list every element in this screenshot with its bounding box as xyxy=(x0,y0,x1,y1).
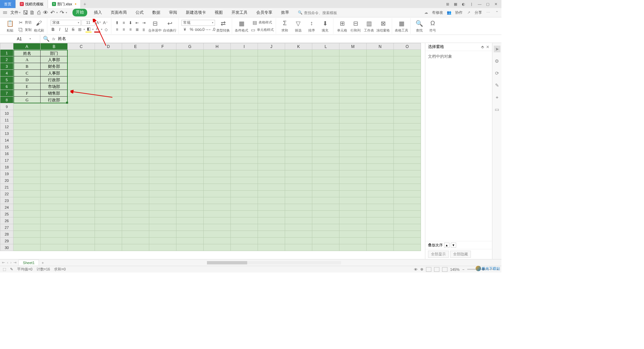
border-button[interactable]: ⊞ xyxy=(77,27,83,33)
cell[interactable] xyxy=(204,103,231,110)
cell[interactable] xyxy=(149,224,176,231)
cell[interactable]: 人事部 xyxy=(41,56,68,63)
cell[interactable] xyxy=(95,137,122,144)
cell[interactable] xyxy=(68,150,95,157)
ribbon-tab-start[interactable]: 开始 xyxy=(72,9,87,16)
cell[interactable] xyxy=(231,224,258,231)
cell[interactable] xyxy=(231,238,258,244)
cell[interactable] xyxy=(41,238,68,244)
col-header[interactable]: F xyxy=(149,43,176,50)
cell[interactable] xyxy=(95,157,122,164)
theme-icon[interactable]: ◐ xyxy=(461,1,467,7)
cell[interactable]: G xyxy=(13,97,41,103)
cell[interactable] xyxy=(176,164,204,170)
row-header[interactable]: 20 xyxy=(0,177,13,184)
cell[interactable] xyxy=(204,244,231,251)
cell[interactable] xyxy=(394,137,421,144)
cell[interactable] xyxy=(149,77,176,83)
cell[interactable] xyxy=(204,144,231,150)
cell[interactable] xyxy=(285,83,312,90)
cell[interactable] xyxy=(41,204,68,211)
cond-format-button[interactable]: ▦条件格式 xyxy=(235,19,248,33)
cell[interactable] xyxy=(149,123,176,130)
cell[interactable] xyxy=(149,191,176,197)
cell[interactable] xyxy=(176,123,204,130)
cell[interactable]: A xyxy=(13,56,41,63)
cell[interactable] xyxy=(68,83,95,90)
h-scrollbar[interactable] xyxy=(47,261,501,264)
cell[interactable] xyxy=(68,244,95,251)
cell[interactable] xyxy=(258,217,285,224)
cell[interactable] xyxy=(41,211,68,217)
col-header[interactable]: I xyxy=(231,43,258,50)
sheet-last-icon[interactable]: ⇥ xyxy=(13,260,17,265)
cell[interactable] xyxy=(204,217,231,224)
grid-view-icon[interactable] xyxy=(426,267,431,272)
cell[interactable] xyxy=(41,123,68,130)
cell[interactable] xyxy=(285,110,312,117)
cell[interactable] xyxy=(13,123,41,130)
chevron-down-icon[interactable]: ▾ xyxy=(84,28,85,31)
cell[interactable] xyxy=(285,144,312,150)
cell[interactable] xyxy=(258,63,285,70)
cell[interactable] xyxy=(204,170,231,177)
row-header[interactable]: 10 xyxy=(0,110,13,117)
row-header[interactable]: 4 xyxy=(0,70,13,77)
collapse-ribbon-icon[interactable]: ⌃ xyxy=(494,10,499,15)
row-header[interactable]: 27 xyxy=(0,224,13,231)
cell[interactable] xyxy=(149,157,176,164)
cell[interactable] xyxy=(95,83,122,90)
cell[interactable] xyxy=(13,164,41,170)
cell[interactable]: F xyxy=(13,90,41,97)
cell[interactable] xyxy=(176,63,204,70)
cell[interactable]: 市场部 xyxy=(41,83,68,90)
col-header[interactable]: G xyxy=(176,43,204,50)
cell[interactable] xyxy=(231,137,258,144)
sheet-add-button[interactable]: + xyxy=(39,261,46,265)
changes-label[interactable]: 有修改 xyxy=(432,10,443,15)
cell[interactable] xyxy=(176,170,204,177)
cell[interactable] xyxy=(41,184,68,191)
underline-button[interactable]: U xyxy=(63,27,69,33)
cell[interactable] xyxy=(339,170,367,177)
cell[interactable] xyxy=(149,244,176,251)
cell[interactable]: C xyxy=(13,70,41,77)
cell[interactable] xyxy=(339,130,367,137)
cell[interactable] xyxy=(285,157,312,164)
cell[interactable] xyxy=(285,70,312,77)
cell[interactable] xyxy=(176,110,204,117)
cell[interactable] xyxy=(13,103,41,110)
cell[interactable] xyxy=(394,103,421,110)
cell-style-button[interactable]: ▭单元格样式 xyxy=(250,27,274,33)
cell[interactable] xyxy=(258,150,285,157)
cell[interactable] xyxy=(13,150,41,157)
cell[interactable]: B xyxy=(13,63,41,70)
cell[interactable] xyxy=(41,110,68,117)
cell[interactable] xyxy=(258,224,285,231)
cell[interactable] xyxy=(285,56,312,63)
cell[interactable] xyxy=(68,231,95,238)
cell[interactable] xyxy=(367,197,394,204)
cell[interactable] xyxy=(258,83,285,90)
cell[interactable] xyxy=(367,103,394,110)
cell[interactable] xyxy=(41,170,68,177)
cell[interactable] xyxy=(367,117,394,123)
cell[interactable] xyxy=(95,103,122,110)
cell[interactable] xyxy=(394,123,421,130)
tab-file[interactable]: S 部门.xlsx • xyxy=(48,0,81,8)
cell[interactable] xyxy=(231,123,258,130)
cell[interactable]: 姓名 xyxy=(13,50,41,56)
cell[interactable] xyxy=(149,117,176,123)
cell[interactable] xyxy=(149,197,176,204)
rotate-icon[interactable]: ⟳ xyxy=(494,70,500,77)
cloud-icon[interactable]: ☁ xyxy=(423,10,429,15)
cell[interactable] xyxy=(394,197,421,204)
ribbon-tab-review[interactable]: 审阅 xyxy=(167,9,179,16)
cell[interactable] xyxy=(68,117,95,123)
cell[interactable] xyxy=(339,211,367,217)
cell[interactable] xyxy=(204,150,231,157)
symbol-button[interactable]: Ω符号 xyxy=(427,19,439,33)
col-header[interactable]: O xyxy=(394,43,421,50)
cell[interactable] xyxy=(122,123,149,130)
cell[interactable] xyxy=(13,130,41,137)
